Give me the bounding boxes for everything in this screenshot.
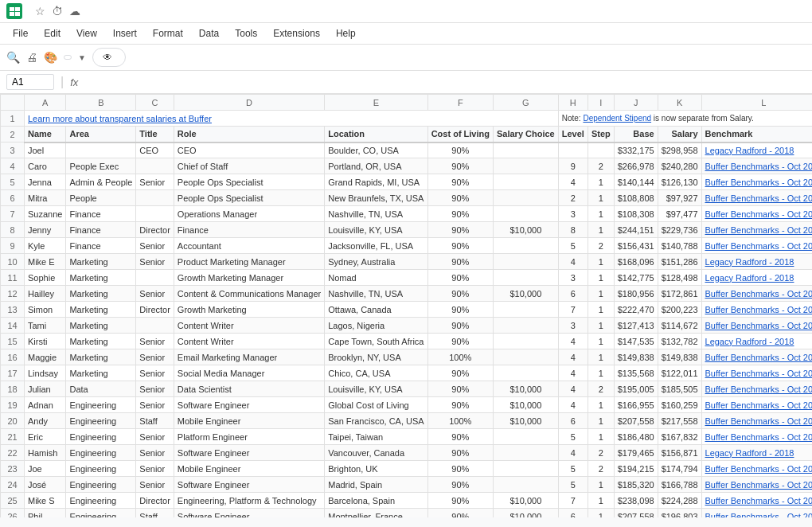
data-cell: Buffer Benchmarks - Oct 2024 bbox=[701, 349, 812, 365]
benchmark-link[interactable]: Buffer Benchmarks - Oct 2024 bbox=[705, 464, 812, 474]
data-cell: Brighton, UK bbox=[325, 461, 427, 477]
data-cell: 90% bbox=[427, 397, 493, 413]
benchmark-link[interactable]: Buffer Benchmarks - Oct 2024 bbox=[705, 512, 812, 518]
header-cell: Location bbox=[325, 127, 427, 142]
col-header-e[interactable]: E bbox=[325, 95, 427, 111]
data-cell: $97,477 bbox=[658, 206, 701, 222]
col-header-l[interactable]: L bbox=[701, 95, 812, 111]
menu-extensions[interactable]: Extensions bbox=[267, 25, 326, 42]
benchmark-link[interactable]: Buffer Benchmarks - Oct 2023 bbox=[705, 193, 812, 203]
data-cell bbox=[558, 142, 588, 158]
benchmark-link[interactable]: Legacy Radford - 2018 bbox=[705, 337, 794, 346]
data-cell: $149,838 bbox=[614, 349, 658, 365]
benchmark-link[interactable]: Legacy Radford - 2018 bbox=[705, 257, 794, 267]
data-cell: $127,413 bbox=[614, 318, 658, 334]
data-cell: Jenna bbox=[25, 174, 66, 190]
menu-tools[interactable]: Tools bbox=[228, 25, 264, 42]
data-cell: Engineering bbox=[66, 397, 136, 413]
benchmark-link[interactable]: Buffer Benchmarks - Oct 2023 bbox=[705, 178, 812, 187]
menu-edit[interactable]: Edit bbox=[37, 25, 67, 42]
spreadsheet-container[interactable]: A B C D E F G H I J K L 1Learn more abou… bbox=[0, 94, 812, 517]
col-header-h[interactable]: H bbox=[558, 95, 588, 111]
benchmark-link[interactable]: Legacy Radford - 2018 bbox=[705, 448, 794, 458]
data-cell: Maggie bbox=[25, 349, 66, 365]
print-icon[interactable]: 🖨 bbox=[26, 51, 37, 64]
benchmark-link[interactable]: Buffer Benchmarks - Oct 2024 bbox=[705, 209, 812, 219]
benchmark-link[interactable]: Buffer Benchmarks - Oct 2024 bbox=[705, 369, 812, 378]
data-cell bbox=[493, 254, 558, 270]
benchmark-link[interactable]: Buffer Benchmarks - Oct 2024 bbox=[705, 353, 812, 362]
menu-file[interactable]: File bbox=[6, 25, 34, 42]
data-cell: Finance bbox=[66, 238, 136, 254]
col-header-i[interactable]: I bbox=[588, 95, 614, 111]
table-row: 20AndyEngineeringStaffMobile EngineerSan… bbox=[1, 413, 813, 429]
top-bar: ☆ ⏱ ☁ bbox=[0, 0, 812, 23]
data-cell: $128,498 bbox=[658, 270, 701, 286]
data-cell: $332,175 bbox=[614, 142, 658, 158]
data-cell: Buffer Benchmarks - Oct 2024 bbox=[701, 493, 812, 509]
data-cell: $174,794 bbox=[658, 461, 701, 477]
data-cell: Legacy Radford - 2018 bbox=[701, 445, 812, 461]
benchmark-link[interactable]: Buffer Benchmarks - Oct 2024 bbox=[705, 289, 812, 299]
data-cell: Senior bbox=[136, 238, 174, 254]
dependent-stipend-link[interactable]: Dependent Stipend bbox=[583, 114, 651, 123]
data-cell: 90% bbox=[427, 477, 493, 493]
col-header-c[interactable]: C bbox=[136, 95, 174, 111]
col-header-k[interactable]: K bbox=[658, 95, 701, 111]
col-header-d[interactable]: D bbox=[174, 95, 324, 111]
data-cell: 3 bbox=[558, 318, 588, 334]
cloud-icon[interactable]: ☁ bbox=[69, 5, 80, 18]
data-cell: $194,215 bbox=[614, 461, 658, 477]
history-icon[interactable]: ⏱ bbox=[52, 5, 63, 18]
data-cell: Buffer Benchmarks - Oct 2024 bbox=[701, 302, 812, 318]
benchmark-link[interactable]: Buffer Benchmarks - Oct 2024 bbox=[705, 225, 812, 235]
data-cell: Mobile Engineer bbox=[174, 461, 324, 477]
benchmark-link[interactable]: Buffer Benchmarks - Oct 2024 bbox=[705, 305, 812, 314]
data-cell: Kirsti bbox=[25, 334, 66, 349]
benchmark-link[interactable]: Buffer Benchmarks - Oct 2024 bbox=[705, 385, 812, 394]
header-cell: Level bbox=[558, 127, 588, 142]
paint-icon[interactable]: 🎨 bbox=[44, 51, 57, 64]
col-header-j[interactable]: J bbox=[614, 95, 658, 111]
data-cell: Content Writer bbox=[174, 318, 324, 334]
search-icon[interactable]: 🔍 bbox=[6, 51, 20, 64]
menu-data[interactable]: Data bbox=[193, 25, 225, 42]
menu-view[interactable]: View bbox=[70, 25, 103, 42]
data-cell: Engineering bbox=[66, 493, 136, 509]
note-text: Note: Dependent Stipend is now separate … bbox=[562, 114, 754, 123]
data-cell: Finance bbox=[174, 222, 324, 238]
benchmark-link[interactable]: Buffer Benchmarks - Oct 2024 bbox=[705, 400, 812, 410]
benchmark-link[interactable]: Buffer Benchmarks - Oct 2024 bbox=[705, 162, 812, 171]
col-header-g[interactable]: G bbox=[493, 95, 558, 111]
table-row: 10Mike EMarketingSeniorProduct Marketing… bbox=[1, 254, 813, 270]
col-header-f[interactable]: F bbox=[427, 95, 493, 111]
benchmark-link[interactable]: Buffer Benchmarks - Oct 2024 bbox=[705, 321, 812, 330]
benchmark-link[interactable]: Buffer Benchmarks - Oct 2024 bbox=[705, 416, 812, 426]
benchmark-link[interactable]: Legacy Radford - 2018 bbox=[705, 146, 794, 155]
data-cell: Engineering bbox=[66, 509, 136, 518]
benchmark-link[interactable]: Buffer Benchmarks - Oct 2024 bbox=[705, 432, 812, 442]
star-icon[interactable]: ☆ bbox=[35, 5, 45, 18]
menu-insert[interactable]: Insert bbox=[107, 25, 143, 42]
view-only-button[interactable]: 👁 bbox=[92, 48, 126, 67]
benchmark-link[interactable]: Buffer Benchmarks - Oct 2024 bbox=[705, 496, 812, 506]
menu-format[interactable]: Format bbox=[146, 25, 189, 42]
benchmark-link[interactable]: Buffer Benchmarks - Oct 2024 bbox=[705, 241, 812, 251]
col-header-b[interactable]: B bbox=[66, 95, 136, 111]
menu-help[interactable]: Help bbox=[330, 25, 362, 42]
zoom-level[interactable] bbox=[64, 55, 72, 60]
data-cell: 90% bbox=[427, 365, 493, 381]
data-cell: Senior bbox=[136, 286, 174, 302]
zoom-dropdown-icon[interactable]: ▼ bbox=[78, 53, 86, 62]
menu-bar: File Edit View Insert Format Data Tools … bbox=[0, 23, 812, 45]
data-cell: $207,558 bbox=[614, 413, 658, 429]
transparent-salaries-link[interactable]: Learn more about transparent salaries at… bbox=[28, 114, 212, 123]
data-cell bbox=[493, 158, 558, 174]
data-cell: 90% bbox=[427, 286, 493, 302]
benchmark-link[interactable]: Legacy Radford - 2018 bbox=[705, 273, 794, 283]
benchmark-link[interactable]: Buffer Benchmarks - Oct 2024 bbox=[705, 480, 812, 490]
cell-reference-input[interactable] bbox=[6, 74, 54, 90]
col-header-a[interactable]: A bbox=[25, 95, 66, 111]
data-cell: 1 bbox=[588, 270, 614, 286]
data-cell: 1 bbox=[588, 174, 614, 190]
